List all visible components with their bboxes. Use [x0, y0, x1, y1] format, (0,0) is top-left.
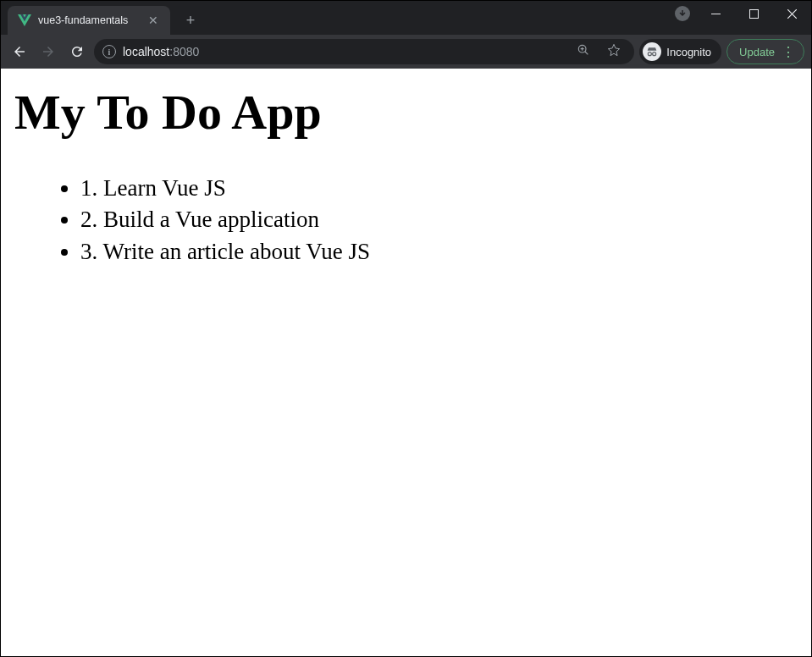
url-port: :8080	[169, 45, 199, 58]
svg-point-3	[653, 52, 656, 56]
menu-dots-icon[interactable]: ⋮	[782, 44, 795, 60]
download-indicator-icon[interactable]	[675, 6, 690, 21]
titlebar: vue3-fundamentals ✕ +	[1, 1, 811, 35]
svg-rect-0	[750, 9, 759, 18]
browser-tab[interactable]: vue3-fundamentals ✕	[8, 6, 170, 35]
browser-chrome: vue3-fundamentals ✕ +	[1, 1, 811, 69]
site-info-icon[interactable]: i	[102, 45, 116, 58]
page-content: My To Do App 1. Learn Vue JS 2. Build a …	[1, 69, 811, 656]
incognito-label: Incognito	[666, 46, 711, 58]
update-button[interactable]: Update ⋮	[726, 39, 804, 64]
new-tab-button[interactable]: +	[179, 8, 202, 32]
forward-button[interactable]	[36, 40, 60, 63]
close-window-button[interactable]	[773, 1, 811, 26]
url-host: localhost	[123, 45, 169, 58]
svg-point-2	[649, 52, 652, 56]
toolbar: i localhost:8080 Incognito Update ⋮	[1, 35, 811, 69]
list-item: 1. Learn Vue JS	[80, 173, 798, 204]
window-controls	[675, 1, 811, 26]
tab-title: vue3-fundamentals	[38, 14, 140, 26]
list-item: 2. Build a Vue application	[80, 204, 798, 235]
incognito-icon	[643, 42, 661, 61]
back-button[interactable]	[8, 40, 31, 63]
address-bar[interactable]: i localhost:8080	[94, 39, 634, 64]
todo-list: 1. Learn Vue JS 2. Build a Vue applicati…	[14, 173, 798, 268]
url-text: localhost:8080	[123, 45, 199, 58]
zoom-icon[interactable]	[572, 43, 595, 60]
reload-button[interactable]	[65, 40, 89, 63]
maximize-button[interactable]	[735, 1, 773, 26]
list-item: 3. Write an article about Vue JS	[80, 236, 798, 268]
vue-logo-icon	[18, 14, 31, 26]
close-tab-icon[interactable]: ✕	[146, 14, 160, 27]
page-title: My To Do App	[14, 84, 798, 141]
incognito-badge[interactable]: Incognito	[639, 39, 721, 64]
minimize-button[interactable]	[697, 1, 735, 26]
update-label: Update	[739, 46, 775, 58]
bookmark-star-icon[interactable]	[602, 43, 626, 60]
